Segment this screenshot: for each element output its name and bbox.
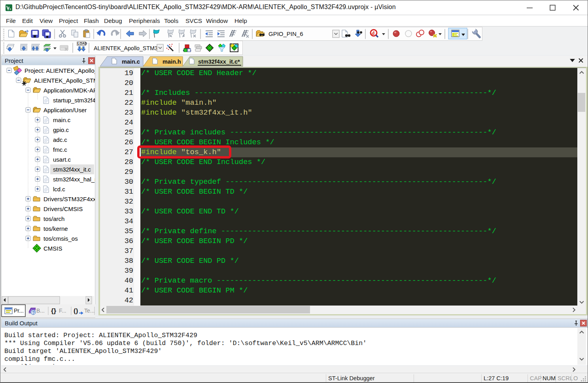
svg-text:gpio.c: gpio.c — [53, 126, 69, 133]
svg-text:d: d — [372, 30, 375, 36]
svg-text:?: ? — [32, 310, 35, 315]
svg-text:Drivers/CMSIS: Drivers/CMSIS — [43, 206, 83, 212]
svg-text:startup_stm32f429xx.s: startup_stm32f429xx.s — [53, 97, 95, 104]
svg-text:tos/arch: tos/arch — [43, 215, 64, 222]
svg-text:main.c: main.c — [122, 58, 140, 65]
svg-text:tos/cmsis_os: tos/cmsis_os — [43, 235, 78, 242]
svg-text:B...: B... — [36, 308, 45, 314]
svg-text:(): () — [74, 307, 78, 315]
svg-text:main.c: main.c — [53, 117, 71, 123]
svg-text:main.h: main.h — [163, 58, 181, 65]
svg-text:Drivers/STM32F4xx_HAL_Dri: Drivers/STM32F4xx_HAL_Dri — [43, 196, 95, 202]
svg-text:lcd.c: lcd.c — [53, 186, 65, 192]
svg-text:tos/kerne: tos/kerne — [43, 225, 68, 232]
svg-text:adc.c: adc.c — [53, 136, 67, 143]
svg-text:Application/MDK-ARM: Application/MDK-ARM — [43, 87, 95, 94]
svg-text:usart.c: usart.c — [53, 156, 71, 163]
svg-text:Project: ALIENTEK_Apollo_STM32: Project: ALIENTEK_Apollo_STM32F429 — [25, 67, 95, 74]
svg-text:Application/User: Application/User — [43, 107, 87, 113]
svg-text:fmc.c: fmc.c — [53, 146, 67, 153]
svg-text:ALIENTEK_Apollo_STM32: ALIENTEK_Apollo_STM32 — [94, 45, 161, 51]
svg-text:s: s — [9, 7, 11, 11]
svg-text:F...: F... — [59, 308, 66, 314]
svg-text:Pr...: Pr... — [14, 308, 24, 314]
svg-text:ALIENTEK_Apollo_STM32F429: ALIENTEK_Apollo_STM32F429 — [34, 77, 95, 84]
svg-text:stm32f4xx_it.c*: stm32f4xx_it.c* — [198, 58, 240, 65]
svg-text:CMSIS: CMSIS — [43, 245, 62, 252]
svg-text:GPIO_PIN_6: GPIO_PIN_6 — [268, 30, 303, 37]
svg-text:{}: {} — [51, 307, 57, 315]
svg-text:stm32f4xx_it.c: stm32f4xx_it.c — [53, 166, 91, 173]
svg-text:stm32f4xx_hal_msp.c: stm32f4xx_hal_msp.c — [53, 176, 95, 183]
svg-text:Te...: Te... — [84, 308, 95, 314]
